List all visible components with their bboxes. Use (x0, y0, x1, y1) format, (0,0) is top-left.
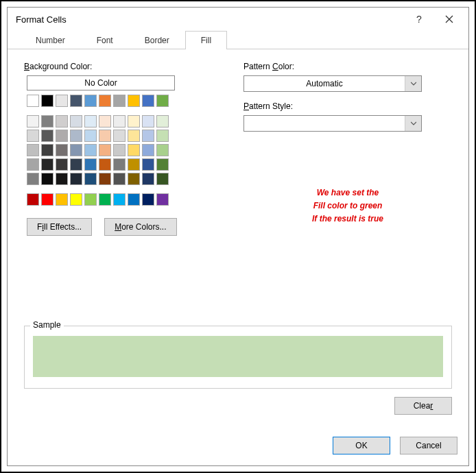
sample-preview (33, 336, 443, 377)
color-swatch[interactable] (113, 144, 126, 156)
clear-button[interactable]: Clear (394, 397, 452, 415)
color-swatch[interactable] (41, 95, 53, 107)
color-swatch[interactable] (56, 115, 68, 128)
close-button[interactable] (436, 10, 463, 29)
color-swatch[interactable] (84, 158, 97, 171)
color-swatch[interactable] (56, 193, 68, 206)
annotation-text: We have set the Fill color to green If t… (243, 186, 452, 226)
color-swatch[interactable] (156, 193, 169, 206)
color-swatch[interactable] (128, 115, 140, 128)
ok-button[interactable]: OK (333, 437, 390, 454)
color-swatch[interactable] (99, 115, 111, 128)
color-swatch[interactable] (56, 158, 68, 171)
color-swatch[interactable] (142, 144, 154, 156)
color-swatch[interactable] (56, 130, 68, 142)
color-swatch[interactable] (128, 158, 140, 171)
color-swatch[interactable] (113, 115, 126, 128)
color-swatch[interactable] (27, 144, 39, 156)
color-swatch[interactable] (99, 144, 111, 156)
color-swatch[interactable] (156, 144, 169, 156)
color-swatch[interactable] (84, 115, 97, 128)
color-swatch[interactable] (128, 193, 140, 206)
color-swatch[interactable] (113, 95, 126, 107)
color-swatch[interactable] (84, 95, 97, 107)
color-swatch[interactable] (142, 158, 154, 171)
color-swatch[interactable] (156, 115, 169, 128)
color-swatch[interactable] (113, 173, 126, 185)
more-colors-button[interactable]: More Colors... (104, 218, 176, 236)
color-swatch[interactable] (41, 144, 53, 156)
color-swatch[interactable] (156, 95, 169, 107)
cancel-button[interactable]: Cancel (400, 437, 457, 454)
dialog-content: Background Color: No Color Fill Effects.… (8, 49, 468, 427)
color-swatch[interactable] (84, 144, 97, 156)
color-swatch[interactable] (70, 173, 82, 185)
help-button[interactable]: ? (411, 14, 427, 25)
pattern-color-combo[interactable]: Automatic (243, 75, 422, 92)
color-swatch[interactable] (142, 130, 154, 142)
color-swatch[interactable] (56, 144, 68, 156)
color-swatch[interactable] (41, 173, 53, 185)
color-swatch[interactable] (70, 193, 82, 206)
color-swatch[interactable] (156, 158, 169, 171)
color-swatch[interactable] (84, 173, 97, 185)
color-swatch[interactable] (41, 193, 53, 206)
annotation-line: Fill color to green (243, 199, 452, 213)
color-swatch[interactable] (113, 158, 126, 171)
color-swatch[interactable] (142, 115, 154, 128)
sample-label: Sample (30, 320, 64, 330)
color-swatch[interactable] (142, 173, 154, 185)
color-swatch[interactable] (142, 193, 154, 206)
color-swatch[interactable] (70, 95, 82, 107)
color-swatch[interactable] (41, 130, 53, 142)
pattern-color-label: Pattern Color: (243, 62, 452, 71)
color-swatch[interactable] (27, 95, 39, 107)
color-swatch[interactable] (27, 115, 39, 128)
color-swatch[interactable] (99, 95, 111, 107)
color-swatch[interactable] (113, 130, 126, 142)
color-swatch[interactable] (27, 193, 39, 206)
color-swatch[interactable] (27, 158, 39, 171)
dialog-title: Format Cells (16, 14, 411, 25)
annotation-line: We have set the (243, 186, 452, 199)
color-swatch[interactable] (128, 95, 140, 107)
tab-border[interactable]: Border (129, 31, 185, 49)
color-swatch[interactable] (27, 130, 39, 142)
color-swatch[interactable] (99, 130, 111, 142)
color-swatch[interactable] (41, 158, 53, 171)
color-swatch[interactable] (41, 115, 53, 128)
close-icon (445, 15, 453, 23)
no-color-button[interactable]: No Color (27, 75, 175, 90)
pattern-color-value: Automatic (244, 79, 405, 88)
color-swatch[interactable] (99, 173, 111, 185)
sample-group: Sample (24, 326, 452, 389)
color-swatch[interactable] (70, 144, 82, 156)
tab-number[interactable]: Number (20, 31, 81, 49)
color-swatch[interactable] (84, 193, 97, 206)
color-swatch[interactable] (142, 95, 154, 107)
color-swatch[interactable] (56, 95, 68, 107)
color-swatch[interactable] (128, 173, 140, 185)
tab-fill[interactable]: Fill (185, 31, 227, 49)
annotation-line: If the result is true (243, 213, 452, 226)
color-swatch[interactable] (156, 130, 169, 142)
fill-effects-button[interactable]: Fill Effects... (27, 218, 92, 236)
color-swatch[interactable] (128, 144, 140, 156)
pattern-style-combo[interactable] (243, 115, 422, 132)
chevron-down-icon (405, 116, 421, 131)
tab-strip: Number Font Border Fill (8, 31, 468, 49)
color-swatch[interactable] (70, 158, 82, 171)
color-swatch[interactable] (99, 193, 111, 206)
tab-font[interactable]: Font (81, 31, 129, 49)
color-swatch[interactable] (156, 173, 169, 185)
color-swatch[interactable] (70, 115, 82, 128)
format-cells-dialog: Format Cells ? Number Font Border Fill B… (7, 7, 469, 466)
color-swatch[interactable] (27, 173, 39, 185)
chevron-down-icon (405, 76, 421, 91)
color-swatch[interactable] (99, 158, 111, 171)
color-swatch[interactable] (70, 130, 82, 142)
color-swatch[interactable] (128, 130, 140, 142)
color-swatch[interactable] (56, 173, 68, 185)
color-swatch[interactable] (84, 130, 97, 142)
color-swatch[interactable] (113, 193, 126, 206)
